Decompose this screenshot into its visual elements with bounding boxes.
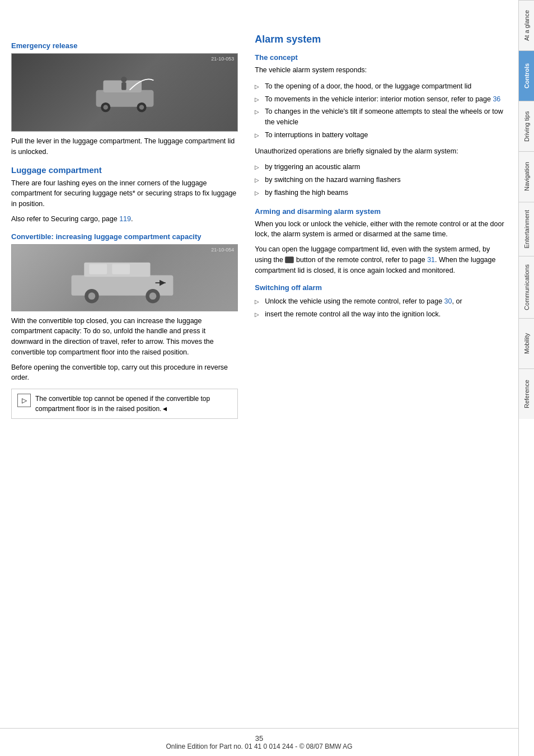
note-box: ▷ The convertible top cannot be opened i… [11,389,238,419]
svg-rect-11 [112,264,130,274]
sidebar-tab-driving-tips[interactable]: Driving tips [519,101,534,151]
page-number: 35 [255,734,263,743]
luggage-paragraph3: With the convertible top closed, you can… [11,316,238,358]
unauthorized-bullet-1: by triggering an acoustic alarm [255,161,507,174]
sidebar-tab-navigation[interactable]: Navigation [519,151,534,202]
svg-rect-10 [89,264,107,274]
cargo-link[interactable]: 119 [119,215,131,223]
unauthorized-bullet-3: by flashing the high beams [255,186,507,199]
remote-icon-inline [285,256,294,263]
luggage-paragraph2: Also refer to Securing cargo, page 119. [11,214,238,225]
svg-point-6 [121,77,127,82]
unauthorized-bullet-2: by switching on the hazard warning flash… [255,174,507,186]
sidebar-tabs: At a glance Controls Driving tips Naviga… [518,0,534,756]
note-icon: ▷ [17,394,31,407]
concept-bullets-list: To the opening of a door, the hood, or t… [255,80,507,142]
sidebar-tab-at-a-glance[interactable]: At a glance [519,0,534,50]
concept-bullet-4: To interruptions in battery voltage [255,129,507,142]
content-columns: Emergency release 21-10-053 [0,34,518,717]
alarm-main-heading: Alarm system [255,34,507,45]
remote-control-link[interactable]: 30 [444,297,452,305]
concept-intro: The vehicle alarm system responds: [255,65,507,76]
main-content: Emergency release 21-10-053 [0,0,518,756]
sidebar-tab-mobility[interactable]: Mobility [519,318,534,368]
arming-paragraph2: You can open the luggage compartment lid… [255,244,507,276]
concept-heading: The concept [255,53,507,62]
emergency-release-image: 21-10-053 [11,53,238,132]
luggage-car-svg [69,250,181,306]
concept-bullet-3: To changes in the vehicle's tilt if some… [255,105,507,129]
switching-bullet-2: insert the remote control all the way in… [255,308,507,321]
luggage-capacity-image: 21-10-054 [11,244,238,311]
note-text: The convertible top cannot be opened if … [35,394,232,414]
emergency-car-svg [91,70,158,115]
sidebar-tab-entertainment[interactable]: Entertainment [519,202,534,256]
page-footer: 35 Online Edition for Part no. 01 41 0 0… [0,728,518,756]
luggage-compartment-section: Luggage compartment There are four lashi… [11,165,238,419]
right-column: Alarm system The concept The vehicle ala… [249,34,507,717]
switching-heading: Switching off alarm [255,283,507,292]
motion-sensor-link[interactable]: 36 [493,95,500,103]
emergency-release-section: Emergency release 21-10-053 [11,41,238,157]
switching-bullet-1: Unlock the vehicle using the remote cont… [255,295,507,308]
sidebar-tab-reference[interactable]: Reference [519,368,534,419]
remote-page-link[interactable]: 31 [427,256,435,264]
svg-point-15 [149,292,156,300]
sidebar-tab-communications[interactable]: Communications [519,256,534,318]
svg-point-5 [139,105,144,110]
concept-bullet-1: To the opening of a door, the hood, or t… [255,80,507,93]
luggage-compartment-heading: Luggage compartment [11,165,238,175]
arming-paragraph1: When you lock or unlock the vehicle, eit… [255,219,507,240]
footer-text: Online Edition for Part no. 01 41 0 014 … [166,743,352,750]
unauthorized-text: Unauthorized operations are briefly sign… [255,146,507,157]
left-column: Emergency release 21-10-053 [11,34,249,717]
convertible-heading: Convertible: increasing luggage compartm… [11,232,238,241]
luggage-paragraph1: There are four lashing eyes on the inner… [11,178,238,209]
svg-point-3 [103,105,108,110]
alarm-section: Alarm system The concept The vehicle ala… [255,34,507,321]
svg-rect-7 [121,82,127,90]
emergency-release-heading: Emergency release [11,41,238,50]
svg-point-13 [88,292,95,300]
sidebar-tab-controls[interactable]: Controls [519,50,534,101]
emergency-release-text: Pull the lever in the luggage compartmen… [11,136,238,157]
switching-bullets-list: Unlock the vehicle using the remote cont… [255,295,507,321]
arming-heading: Arming and disarming alarm system [255,207,507,216]
concept-bullet-2: To movements in the vehicle interior: in… [255,93,507,106]
unauthorized-bullets-list: by triggering an acoustic alarm by switc… [255,161,507,199]
page-container: Emergency release 21-10-053 [0,0,534,756]
luggage-paragraph4: Before opening the convertible top, carr… [11,362,238,384]
